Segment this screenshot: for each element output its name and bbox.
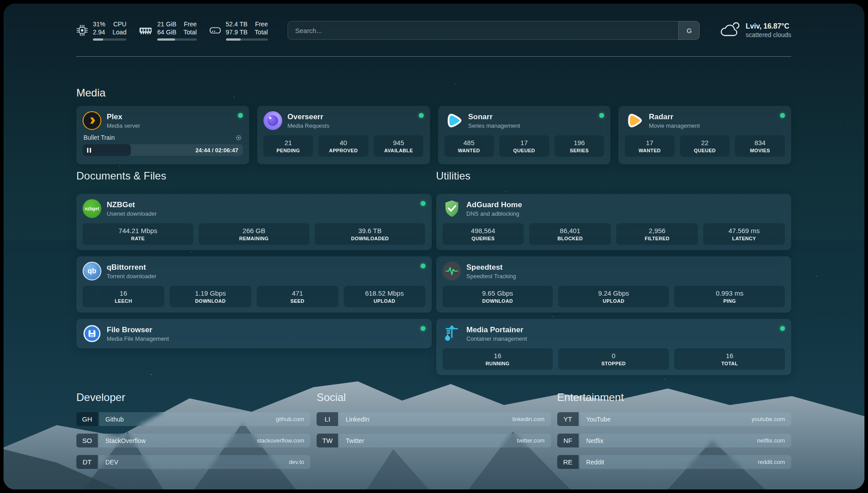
service-card-radarr[interactable]: Radarr Movie management 17 WANTED 22 QUE… (618, 106, 791, 164)
section-heading-entertainment: Entertainment (557, 391, 791, 404)
memory-total-value: 64 GiB (157, 28, 176, 36)
service-description: Container management (467, 335, 775, 342)
overseerr-icon (263, 111, 282, 130)
playback-progress-fill (83, 144, 131, 156)
service-card-nzbget[interactable]: nzbget NZBGet Usenet downloader 744.21 M… (76, 194, 432, 250)
bookmark-abbr: YT (557, 412, 579, 426)
search-bar: G (288, 21, 700, 40)
status-dot (419, 113, 424, 118)
section-heading-developer: Developer (76, 391, 310, 404)
memory-total-label: Total (184, 28, 197, 36)
speedtest-icon (442, 262, 461, 280)
bookmark-netflix[interactable]: NF Netflix netflix.com (557, 434, 791, 447)
section-heading-utilities: Utilities (436, 170, 792, 182)
bookmark-url: youtube.com (752, 416, 785, 422)
resource-widgets: 31% 2.94 CPU Load (76, 20, 268, 41)
stat-block: 945 AVAILABLE (374, 135, 424, 157)
cpu-usage-label: CPU (113, 20, 126, 28)
stat-block: 196 SERIES (555, 135, 605, 157)
service-card-speedtest[interactable]: Speedtest Speedtest Tracking 9.65 Gbps D… (436, 256, 792, 313)
now-playing-title: Bullet Train (83, 134, 115, 141)
service-card-filebrowser[interactable]: File Browser Media File Management (76, 319, 432, 348)
plex-icon (83, 111, 101, 130)
adguard-icon (442, 199, 461, 218)
section-heading-social: Social (317, 391, 551, 404)
bookmark-youtube[interactable]: YT YouTube youtube.com (557, 412, 791, 426)
service-card-plex[interactable]: Plex Media server Bullet Train (76, 106, 249, 164)
playback-progress-bar: 24:44 / 02:06:47 (83, 144, 243, 156)
search-input[interactable] (288, 21, 700, 40)
service-card-portainer[interactable]: Media Portainer Container management 16 … (436, 319, 792, 375)
stat-block: 744.21 Mbps RATE (83, 223, 193, 245)
cpu-icon (76, 25, 88, 36)
service-card-qbittorrent[interactable]: qb qBittorrent Torrent downloader 16 LEE… (76, 256, 432, 313)
status-dot (421, 326, 426, 331)
service-card-sonarr[interactable]: Sonarr Series management 485 WANTED 17 Q… (438, 106, 611, 164)
bookmark-url: netflix.com (757, 437, 785, 444)
bookmark-github[interactable]: GH Github github.com (76, 412, 310, 426)
bookmark-url: linkedin.com (512, 416, 544, 422)
stat-block: 9.65 Gbps DOWNLOAD (442, 286, 553, 307)
top-bar: 31% 2.94 CPU Load (76, 17, 791, 44)
bookmark-url: twitter.com (517, 437, 545, 444)
stat-block: 2,956 FILTERED (616, 223, 698, 245)
weather-widget[interactable]: Lviv, 16.87°C scattered clouds (719, 21, 791, 39)
nzbget-icon: nzbget (83, 199, 101, 218)
stat-block: 17 WANTED (625, 135, 675, 157)
service-description: Movie management (649, 122, 775, 129)
stat-block: 0 STOPPED (558, 348, 669, 370)
stat-block: 22 QUEUED (680, 135, 730, 157)
service-name: File Browser (107, 326, 415, 334)
service-description: DNS and adblocking (467, 210, 785, 217)
dashboard: 31% 2.94 CPU Load (4, 4, 864, 489)
section-heading-media: Media (76, 87, 105, 99)
bookmark-name: LinkedIn (346, 416, 369, 423)
weather-condition: scattered clouds (746, 31, 791, 38)
status-dot (421, 263, 426, 268)
service-card-overseerr[interactable]: Overseerr Media Requests 21 PENDING 40 A… (257, 106, 430, 164)
media-card-row: Plex Media server Bullet Train (76, 106, 791, 164)
stat-block: 16 TOTAL (674, 348, 785, 370)
stat-block: 86,401 BLOCKED (529, 223, 611, 245)
bookmark-name: Netflix (586, 437, 604, 444)
service-name: qBittorrent (107, 263, 415, 272)
service-card-adguard[interactable]: AdGuard Home DNS and adblocking 498,564 … (436, 194, 792, 250)
bookmark-abbr: RE (557, 455, 579, 469)
service-name: Sonarr (468, 113, 594, 121)
bookmark-url: reddit.com (758, 459, 785, 465)
bookmark-twitter[interactable]: TW Twitter twitter.com (317, 434, 551, 447)
cpu-load-label: Load (113, 28, 126, 36)
bookmark-reddit[interactable]: RE Reddit reddit.com (557, 455, 791, 469)
bookmark-url: dev.to (289, 459, 304, 465)
stat-block: 9.24 Gbps UPLOAD (558, 286, 669, 307)
disk-progress-fill (226, 38, 241, 41)
disk-total-label: Total (255, 28, 268, 36)
bookmark-group-developer: Developer GH Github github.com SO StackO… (76, 391, 310, 476)
status-dot (599, 113, 604, 118)
stat-block: 834 MOVIES (735, 135, 785, 157)
bookmark-abbr: LI (317, 412, 338, 426)
bookmark-group-social: Social LI LinkedIn linkedin.com TW Twitt… (317, 391, 551, 476)
disk-progress-bar (226, 38, 268, 41)
bookmark-stackoverflow[interactable]: SO StackOverflow stackoverflow.com (76, 434, 310, 447)
stat-block: 47.569 ms LATENCY (703, 223, 785, 245)
playback-time: 24:44 / 02:06:47 (196, 144, 238, 156)
cloud-moon-icon (719, 21, 740, 39)
topbar-divider (76, 56, 791, 57)
search-provider-button[interactable]: G (678, 21, 700, 40)
pause-icon[interactable] (87, 148, 91, 153)
bookmark-linkedin[interactable]: LI LinkedIn linkedin.com (317, 412, 551, 426)
service-description: Media Requests (288, 122, 413, 129)
bookmark-dev[interactable]: DT DEV dev.to (76, 455, 310, 469)
filebrowser-icon (83, 324, 101, 343)
gear-icon[interactable] (235, 134, 242, 141)
bookmark-abbr: NF (557, 434, 579, 447)
memory-progress-fill (157, 38, 175, 41)
service-description: Media server (107, 122, 233, 129)
bookmark-name: YouTube (586, 416, 611, 423)
stat-block: 40 APPROVED (318, 135, 368, 157)
bookmark-name: DEV (105, 459, 118, 466)
stat-block: 17 QUEUED (499, 135, 549, 157)
bookmark-name: Github (105, 416, 124, 423)
status-dot (421, 201, 426, 206)
